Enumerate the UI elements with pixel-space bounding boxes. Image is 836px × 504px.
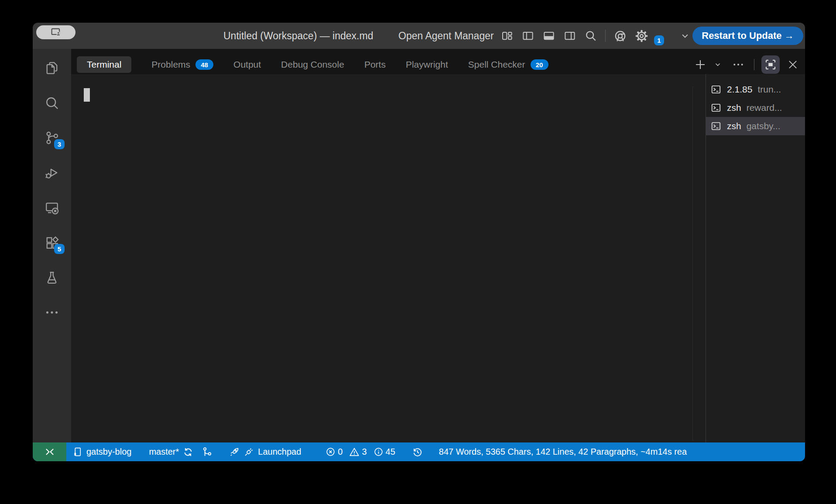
terminal-session-row-selected[interactable]: zsh gatsby... — [706, 117, 805, 135]
terminal-session-row[interactable]: zsh reward... — [706, 99, 805, 117]
tab-debug-console[interactable]: Debug Console — [281, 59, 344, 70]
toggle-panel-icon[interactable] — [542, 29, 555, 42]
activity-bar: 3 — [33, 49, 71, 442]
branch-name: master* — [149, 447, 179, 457]
tab-output[interactable]: Output — [233, 59, 261, 70]
titlebar-divider — [605, 30, 606, 42]
more-actions-icon[interactable] — [732, 58, 744, 71]
vscode-window: Untitled (Workspace) — index.md Open Age… — [33, 23, 805, 461]
terminal-scrollbar-edge — [692, 86, 693, 441]
extensions-icon[interactable]: 5 — [44, 235, 60, 250]
terminal-icon — [710, 84, 722, 95]
problems-count-badge: 48 — [195, 59, 213, 70]
toggle-sidebar-left-icon[interactable] — [521, 29, 534, 42]
info-icon — [373, 446, 384, 457]
terminal-cursor — [84, 88, 90, 102]
restart-to-update-button[interactable]: Restart to Update → — [692, 27, 803, 45]
warning-icon — [349, 446, 360, 458]
plug-icon — [243, 446, 254, 457]
search-sidebar-icon[interactable] — [44, 95, 60, 111]
chevron-down-icon[interactable] — [681, 31, 689, 40]
account-badge: 1 — [654, 35, 664, 45]
tab-problems[interactable]: Problems 48 — [151, 59, 213, 70]
commit-graph-item[interactable] — [202, 446, 213, 458]
error-icon — [325, 446, 336, 457]
window-title: Untitled (Workspace) — index.md — [223, 23, 373, 49]
customize-layout-icon[interactable] — [500, 29, 514, 42]
panel-tab-bar: Terminal Problems 48 Output Debug Consol… — [71, 49, 805, 74]
search-icon[interactable] — [584, 29, 597, 42]
maximize-panel-icon[interactable] — [761, 55, 780, 74]
source-control-badge: 3 — [54, 139, 65, 149]
account-avatar[interactable]: 1 — [658, 28, 673, 43]
document-stats[interactable]: 847 Words, 5365 Chars, 142 Lines, 42 Par… — [439, 447, 805, 457]
explorer-icon[interactable] — [44, 60, 60, 76]
source-control-icon[interactable]: 3 — [44, 130, 60, 146]
launchpad-item[interactable]: Launchpad — [229, 446, 301, 458]
panel-area: Terminal Problems 48 Output Debug Consol… — [71, 49, 805, 442]
tab-spell-checker[interactable]: Spell Checker 20 — [468, 59, 548, 70]
testing-icon[interactable] — [44, 270, 60, 285]
repo-status-item[interactable]: gatsby-blog — [72, 446, 131, 457]
terminal-sessions-list: 2.1.85 trun... zsh reward... — [706, 74, 805, 442]
extensions-badge: 5 — [54, 244, 65, 254]
info-count: 45 — [386, 447, 395, 457]
branch-status-item[interactable]: master* — [149, 446, 194, 458]
title-bar: Untitled (Workspace) — index.md Open Age… — [33, 23, 805, 49]
tab-terminal[interactable]: Terminal — [77, 56, 131, 73]
terminal-profile-chevron-icon[interactable] — [714, 61, 722, 69]
settings-gear-icon[interactable] — [635, 29, 648, 43]
screen-person-icon — [49, 26, 62, 39]
spell-checker-count-badge: 20 — [531, 59, 548, 70]
terminal-icon — [710, 102, 722, 113]
desktop-background: Untitled (Workspace) — index.md Open Age… — [0, 0, 836, 504]
run-debug-icon[interactable] — [44, 165, 60, 181]
sync-icon — [182, 446, 194, 458]
toggle-sidebar-right-icon[interactable] — [563, 29, 576, 42]
more-views-icon[interactable] — [44, 305, 60, 320]
terminal-icon — [710, 120, 722, 132]
history-status-item[interactable] — [412, 446, 423, 458]
terminal-session-row[interactable]: 2.1.85 trun... — [706, 80, 805, 99]
terminal-viewport[interactable]: 2.1.85 trun... zsh reward... — [71, 74, 805, 442]
screen-share-pill[interactable] — [36, 25, 75, 39]
launchpad-label: Launchpad — [258, 447, 301, 457]
rocket-icon — [229, 446, 240, 458]
repo-book-icon — [72, 446, 83, 457]
tab-ports[interactable]: Ports — [364, 59, 386, 70]
tab-playwright[interactable]: Playwright — [406, 59, 448, 70]
new-terminal-icon[interactable] — [694, 58, 707, 71]
repo-name: gatsby-blog — [86, 447, 131, 457]
remote-indicator[interactable] — [33, 442, 66, 461]
chrome-browser-icon[interactable] — [613, 29, 627, 43]
history-icon — [412, 446, 423, 458]
remote-icon — [44, 446, 55, 458]
status-bar: gatsby-blog master* — [33, 442, 805, 461]
close-panel-icon[interactable] — [787, 58, 799, 71]
error-count: 0 — [338, 447, 343, 457]
panel-actions-divider — [754, 59, 754, 70]
remote-explorer-icon[interactable] — [44, 200, 60, 216]
open-agent-manager[interactable]: Open Agent Manager — [398, 23, 494, 49]
warning-count: 3 — [362, 447, 367, 457]
commit-graph-icon — [202, 446, 213, 458]
problems-status-item[interactable]: 0 3 45 — [325, 446, 395, 458]
